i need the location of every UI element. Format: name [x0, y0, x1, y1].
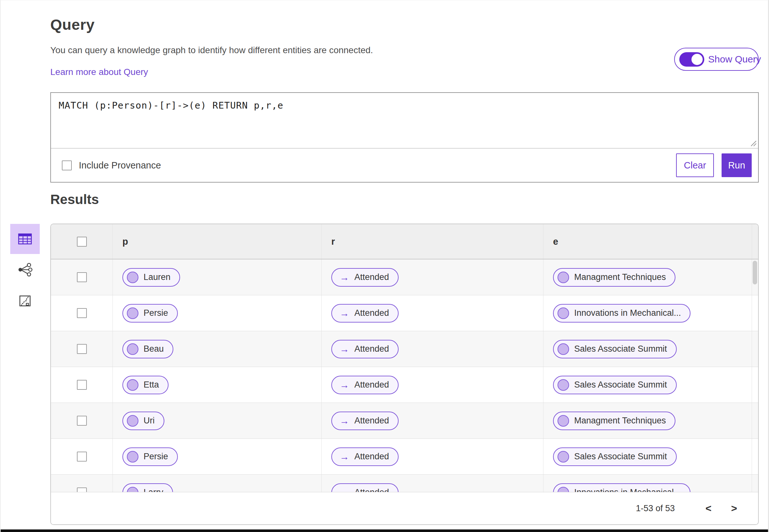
row-checkbox[interactable]	[77, 452, 87, 462]
table-header-row: p r e	[51, 224, 758, 259]
node-pill-p[interactable]: Persie	[122, 304, 178, 323]
node-circle-icon	[558, 379, 569, 391]
relationship-label: Attended	[354, 487, 389, 492]
node-circle-icon	[558, 272, 569, 283]
table-view-button[interactable]	[10, 224, 40, 254]
node-label: Persie	[143, 452, 168, 462]
table-row[interactable]: Etta → Attended Sales Associate Summit	[51, 367, 758, 403]
select-all-checkbox[interactable]	[77, 237, 87, 247]
node-label: Innovations in Mechanical...	[574, 487, 681, 492]
row-checkbox[interactable]	[77, 380, 87, 390]
relationship-pill[interactable]: → Attended	[331, 304, 399, 323]
node-label: Managment Techniques	[574, 272, 666, 282]
node-pill-p[interactable]: Larry	[122, 483, 173, 492]
node-pill-p[interactable]: Etta	[122, 376, 168, 394]
relationship-label: Attended	[354, 272, 389, 282]
relationship-arrow-icon: →	[339, 308, 349, 318]
query-page: Query You can query a knowledge graph to…	[0, 0, 769, 532]
node-circle-icon	[558, 451, 569, 462]
next-page-button[interactable]: >	[723, 497, 745, 520]
column-header-r[interactable]: r	[322, 224, 544, 259]
node-label: Larry	[143, 487, 163, 492]
relationship-pill[interactable]: → Attended	[331, 268, 399, 287]
node-label: Persie	[143, 308, 168, 318]
node-pill-e[interactable]: Managment Techniques	[553, 268, 675, 287]
node-circle-icon	[127, 487, 138, 492]
resize-grip-icon[interactable]	[749, 138, 757, 147]
node-pill-e[interactable]: Innovations in Mechanical...	[553, 304, 691, 323]
graph-view-button[interactable]	[10, 255, 40, 285]
vertical-scrollbar[interactable]	[752, 259, 758, 492]
node-pill-e[interactable]: Sales Associate Summit	[553, 447, 677, 466]
relationship-pill[interactable]: → Attended	[331, 447, 399, 466]
row-checkbox[interactable]	[77, 344, 87, 354]
relationship-arrow-icon: →	[339, 452, 349, 462]
learn-more-link[interactable]: Learn more about Query	[50, 67, 148, 77]
node-pill-p[interactable]: Lauren	[122, 268, 180, 287]
row-checkbox[interactable]	[77, 487, 87, 492]
table-row[interactable]: Persie → Attended Sales Associate Summit	[51, 439, 758, 475]
scrollbar-thumb[interactable]	[753, 261, 757, 284]
table-row[interactable]: Persie → Attended Innovations in Mechani…	[51, 295, 758, 331]
show-query-toggle[interactable]: Show Query	[674, 48, 759, 71]
show-query-label: Show Query	[708, 54, 761, 65]
relationship-label: Attended	[354, 416, 389, 426]
node-circle-icon	[127, 379, 138, 391]
graph-view-icon	[17, 262, 33, 278]
node-circle-icon	[127, 343, 138, 355]
table-row[interactable]: Uri → Attended Managment Techniques	[51, 403, 758, 439]
node-pill-e[interactable]: Sales Associate Summit	[553, 340, 677, 358]
relationship-label: Attended	[354, 344, 389, 354]
node-label: Etta	[143, 380, 159, 390]
node-label: Lauren	[143, 272, 170, 282]
node-pill-p[interactable]: Uri	[122, 412, 164, 430]
node-circle-icon	[558, 415, 569, 427]
node-pill-p[interactable]: Persie	[122, 447, 178, 466]
query-text: MATCH (p:Person)-[r]->(e) RETURN p,r,e	[59, 100, 283, 111]
toggle-knob	[691, 53, 703, 66]
table-row[interactable]: Lauren → Attended Managment Techniques	[51, 259, 758, 295]
results-table: p r e Lauren → Attended Managment Te	[50, 224, 759, 525]
relationship-label: Attended	[354, 308, 389, 318]
node-circle-icon	[558, 343, 569, 355]
query-input[interactable]: MATCH (p:Person)-[r]->(e) RETURN p,r,e	[51, 93, 758, 149]
include-provenance-option[interactable]: Include Provenance	[62, 160, 161, 171]
run-button[interactable]: Run	[722, 153, 752, 177]
row-checkbox[interactable]	[77, 416, 87, 426]
node-label: Sales Associate Summit	[574, 452, 667, 462]
previous-page-button[interactable]: <	[697, 497, 720, 520]
relationship-arrow-icon: →	[339, 488, 349, 492]
relationship-pill[interactable]: → Attended	[331, 412, 399, 430]
column-header-e[interactable]: e	[544, 224, 752, 259]
include-provenance-checkbox[interactable]	[62, 160, 72, 170]
query-actions-bar: Include Provenance Clear Run	[51, 149, 758, 182]
node-circle-icon	[558, 487, 569, 492]
relationship-label: Attended	[354, 380, 389, 390]
table-row[interactable]: Beau → Attended Sales Associate Summit	[51, 331, 758, 367]
node-pill-e[interactable]: Managment Techniques	[553, 412, 675, 430]
toggle-on-icon	[679, 52, 704, 67]
relationship-pill[interactable]: → Attended	[331, 340, 399, 358]
results-title: Results	[50, 192, 99, 207]
node-pill-p[interactable]: Beau	[122, 340, 173, 358]
pagination-bar: 1-53 of 53 < >	[51, 492, 758, 524]
node-label: Sales Associate Summit	[574, 380, 667, 390]
include-provenance-label: Include Provenance	[79, 160, 161, 171]
node-pill-e[interactable]: Innovations in Mechanical...	[553, 483, 691, 492]
node-circle-icon	[127, 415, 138, 427]
row-checkbox[interactable]	[77, 272, 87, 282]
clear-button[interactable]: Clear	[676, 153, 714, 177]
pagination-range-label: 1-53 of 53	[636, 503, 675, 513]
column-header-p[interactable]: p	[113, 224, 322, 259]
query-panel: MATCH (p:Person)-[r]->(e) RETURN p,r,e I…	[50, 92, 759, 183]
table-view-icon	[17, 231, 33, 247]
relationship-pill[interactable]: → Attended	[331, 483, 399, 492]
node-circle-icon	[127, 272, 138, 283]
node-pill-e[interactable]: Sales Associate Summit	[553, 376, 677, 394]
relationship-pill[interactable]: → Attended	[331, 376, 399, 394]
table-row[interactable]: Larry → Attended Innovations in Mechanic…	[51, 475, 758, 492]
row-checkbox[interactable]	[77, 308, 87, 318]
node-circle-icon	[127, 451, 138, 462]
chart-view-button[interactable]	[10, 286, 40, 316]
page-description: You can query a knowledge graph to ident…	[50, 45, 373, 55]
